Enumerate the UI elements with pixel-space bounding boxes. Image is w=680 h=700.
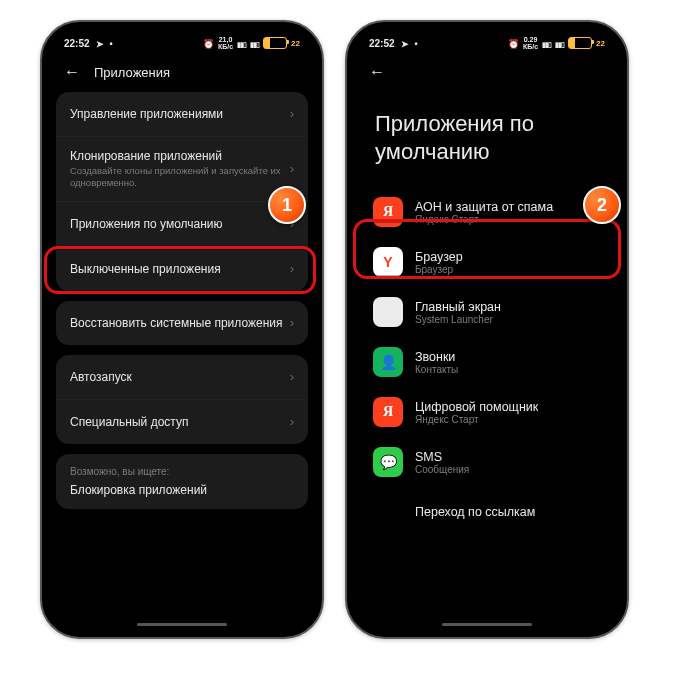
phone-apps-settings: 22:52 21,0 КБ/с 22 ← Приложения	[40, 20, 324, 639]
row-label: Восстановить системные приложения	[70, 316, 290, 330]
notification-dot-icon	[415, 38, 418, 49]
contacts-icon	[373, 347, 403, 377]
back-arrow-icon[interactable]: ←	[369, 64, 385, 80]
page-title: Приложения по умолчанию	[353, 80, 621, 187]
chevron-right-icon: ›	[290, 162, 294, 176]
settings-footer: Возможно, вы ищете: Блокировка приложени…	[56, 454, 308, 509]
row-disabled-apps[interactable]: Выключенные приложения ›	[56, 246, 308, 291]
row-label: Специальный доступ	[70, 415, 290, 429]
row-calls[interactable]: Звонки Контакты	[367, 337, 607, 387]
chevron-right-icon: ›	[290, 415, 294, 429]
signal-icon	[542, 38, 551, 49]
notification-dot-icon	[110, 38, 113, 49]
row-label: Автозапуск	[70, 370, 290, 384]
row-label: Управление приложениями	[70, 107, 290, 121]
status-time: 22:52	[64, 38, 90, 49]
launcher-icon	[373, 297, 403, 327]
network-speed: 21,0 КБ/с	[218, 36, 233, 50]
row-browser[interactable]: Y Браузер Браузер	[367, 237, 607, 287]
chevron-right-icon: ›	[290, 262, 294, 276]
battery-icon	[568, 37, 592, 49]
row-assistant[interactable]: Я Цифровой помощник Яндекс Старт	[367, 387, 607, 437]
signal-icon-2	[250, 38, 259, 49]
row-sublabel: Яндекс Старт	[415, 414, 538, 425]
signal-icon	[237, 38, 246, 49]
telegram-icon	[401, 38, 409, 49]
row-sublabel: Сообщения	[415, 464, 469, 475]
alarm-icon	[508, 38, 519, 49]
page-title: Приложения	[94, 65, 170, 80]
row-sublabel: Яндекс Старт	[415, 214, 553, 225]
settings-group-1: Управление приложениями › Клонирование п…	[56, 92, 308, 291]
row-label: SMS	[415, 450, 469, 464]
header: ←	[353, 56, 621, 80]
default-apps-list: Я АОН и защита от спама Яндекс Старт Y Б…	[353, 187, 621, 529]
status-bar: 22:52 0.29 КБ/с 22	[353, 28, 621, 56]
screen: 22:52 0.29 КБ/с 22 ← Приложения по умолч…	[353, 28, 621, 631]
back-arrow-icon[interactable]: ←	[64, 64, 80, 80]
row-label: Главный экран	[415, 300, 501, 314]
settings-content: Управление приложениями › Клонирование п…	[48, 92, 316, 631]
settings-group-restore: Восстановить системные приложения ›	[56, 301, 308, 345]
phone-default-apps: 22:52 0.29 КБ/с 22 ← Приложения по умолч…	[345, 20, 629, 639]
network-speed: 0.29 КБ/с	[523, 36, 538, 50]
status-bar: 22:52 21,0 КБ/с 22	[48, 28, 316, 56]
step-badge-1: 1	[268, 186, 306, 224]
chevron-right-icon: ›	[290, 370, 294, 384]
row-special-access[interactable]: Специальный доступ ›	[56, 399, 308, 444]
row-label: Выключенные приложения	[70, 262, 290, 276]
footer-note: Возможно, вы ищете:	[70, 466, 294, 477]
row-sms[interactable]: SMS Сообщения	[367, 437, 607, 487]
row-label: Приложения по умолчанию	[70, 217, 290, 231]
yandex-browser-icon: Y	[373, 247, 403, 277]
row-label: Звонки	[415, 350, 458, 364]
yandex-icon: Я	[373, 397, 403, 427]
row-open-links[interactable]: Переход по ссылкам	[367, 487, 607, 529]
battery-percent: 22	[596, 39, 605, 48]
row-label: АОН и защита от спама	[415, 200, 553, 214]
telegram-icon	[96, 38, 104, 49]
status-time: 22:52	[369, 38, 395, 49]
battery-icon	[263, 37, 287, 49]
row-manage-apps[interactable]: Управление приложениями ›	[56, 92, 308, 136]
footer-suggestion-link[interactable]: Блокировка приложений	[70, 483, 294, 497]
row-caller-id[interactable]: Я АОН и защита от спама Яндекс Старт	[367, 187, 607, 237]
screen: 22:52 21,0 КБ/с 22 ← Приложения	[48, 28, 316, 631]
row-sublabel: Создавайте клоны приложений и запускайте…	[70, 165, 290, 189]
signal-icon-2	[555, 38, 564, 49]
row-launcher[interactable]: Главный экран System Launcher	[367, 287, 607, 337]
yandex-icon: Я	[373, 197, 403, 227]
home-indicator[interactable]	[442, 623, 532, 626]
battery-percent: 22	[291, 39, 300, 48]
row-label: Цифровой помощник	[415, 400, 538, 414]
row-autostart[interactable]: Автозапуск ›	[56, 355, 308, 399]
step-badge-2: 2	[583, 186, 621, 224]
row-sublabel: Контакты	[415, 364, 458, 375]
row-restore-system-apps[interactable]: Восстановить системные приложения ›	[56, 301, 308, 345]
chevron-right-icon: ›	[290, 107, 294, 121]
row-sublabel: System Launcher	[415, 314, 501, 325]
chevron-right-icon: ›	[290, 316, 294, 330]
settings-group-2: Автозапуск › Специальный доступ ›	[56, 355, 308, 444]
header: ← Приложения	[48, 56, 316, 92]
alarm-icon	[203, 38, 214, 49]
row-sublabel: Браузер	[415, 264, 463, 275]
sms-icon	[373, 447, 403, 477]
home-indicator[interactable]	[137, 623, 227, 626]
row-label: Браузер	[415, 250, 463, 264]
row-clone-apps[interactable]: Клонирование приложений Создавайте клоны…	[56, 136, 308, 201]
row-label: Клонирование приложений	[70, 149, 290, 163]
